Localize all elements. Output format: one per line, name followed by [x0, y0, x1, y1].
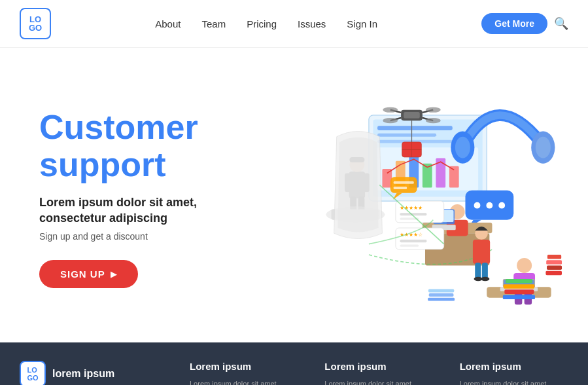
- footer-col-3: Lorem ipsum Lorem ipsum dolor sit amet, …: [460, 361, 568, 385]
- footer-logo: LOGO: [20, 361, 46, 385]
- hero-illustration: ★★★★★ ★★★★☆: [262, 61, 562, 336]
- svg-rect-76: [504, 289, 534, 294]
- svg-rect-89: [482, 263, 488, 279]
- footer-logo-section: LOGO lorem ipsum Lorem ipsum dolor sit a…: [20, 361, 164, 385]
- header-actions: Get More 🔍: [481, 13, 568, 34]
- svg-rect-80: [429, 293, 454, 297]
- svg-point-28: [383, 107, 398, 113]
- footer-logo-row: LOGO lorem ipsum: [20, 361, 164, 385]
- hero-title: Customer support: [39, 109, 249, 183]
- footer-col-2-title: Lorem ipsum: [324, 361, 433, 372]
- svg-rect-82: [545, 271, 562, 276]
- footer-brand-name: lorem ipsum: [52, 368, 114, 380]
- svg-point-31: [426, 118, 441, 123]
- search-button[interactable]: 🔍: [554, 16, 568, 31]
- svg-rect-57: [400, 213, 426, 215]
- footer-col-3-title: Lorem ipsum: [460, 361, 568, 372]
- svg-rect-83: [547, 265, 562, 270]
- footer-col-2: Lorem ipsum Lorem ipsum dolor sit amet, …: [324, 361, 433, 385]
- footer-col-3-text1: Lorem ipsum dolor sit amet, consectetur …: [460, 378, 568, 385]
- site-header: LOGO About Team Pricing Issues Sign In G…: [0, 0, 588, 48]
- hero-content: Customer support Lorem ipsum dolor sit a…: [39, 109, 249, 288]
- svg-rect-78: [506, 279, 532, 284]
- svg-rect-85: [547, 255, 561, 259]
- svg-text:★★★★★: ★★★★★: [400, 205, 423, 211]
- svg-point-29: [426, 107, 441, 113]
- svg-rect-23: [404, 112, 420, 119]
- nav-about[interactable]: About: [155, 18, 181, 29]
- svg-point-13: [455, 137, 470, 158]
- svg-rect-84: [546, 260, 562, 265]
- svg-point-30: [383, 118, 398, 123]
- hero-subtitle: Lorem ipsum dolor sit amet, consectetur …: [39, 195, 249, 226]
- hero-section: Customer support Lorem ipsum dolor sit a…: [0, 48, 588, 342]
- get-more-button[interactable]: Get More: [481, 13, 547, 34]
- nav-team[interactable]: Team: [201, 18, 226, 29]
- svg-point-21: [498, 202, 505, 209]
- nav-issues[interactable]: Issues: [298, 18, 326, 29]
- svg-rect-77: [504, 284, 535, 289]
- svg-rect-2: [377, 126, 453, 130]
- svg-rect-61: [400, 240, 426, 242]
- svg-point-68: [517, 258, 532, 273]
- svg-rect-10: [436, 158, 445, 188]
- svg-rect-3: [377, 134, 436, 137]
- footer-col-1-text1: Lorem ipsum dolor sit amet, consectetur …: [190, 378, 298, 385]
- nav-signin[interactable]: Sign In: [347, 18, 377, 29]
- svg-rect-66: [394, 187, 407, 189]
- site-logo: LOGO: [20, 8, 51, 39]
- nav-pricing[interactable]: Pricing: [247, 18, 277, 29]
- footer-col-2-text1: Lorem ipsum dolor sit amet, consectetur …: [324, 378, 433, 385]
- svg-rect-88: [475, 263, 481, 279]
- svg-rect-87: [473, 240, 490, 264]
- svg-rect-81: [428, 289, 454, 293]
- svg-rect-63: [390, 177, 417, 193]
- svg-rect-62: [400, 244, 419, 246]
- footer-col-1: Lorem ipsum Lorem ipsum dolor sit amet, …: [190, 361, 298, 385]
- main-nav: About Team Pricing Issues Sign In: [155, 18, 377, 29]
- svg-rect-65: [394, 181, 414, 184]
- site-footer: LOGO lorem ipsum Lorem ipsum dolor sit a…: [0, 342, 588, 385]
- svg-point-20: [486, 202, 493, 209]
- signup-button[interactable]: SIGN UP: [39, 260, 138, 288]
- svg-rect-75: [503, 295, 535, 300]
- hero-description: Sign up and get a discount: [39, 231, 249, 242]
- svg-point-16: [531, 132, 555, 164]
- svg-point-19: [474, 202, 481, 209]
- footer-col-1-title: Lorem ipsum: [190, 361, 298, 372]
- svg-rect-79: [428, 298, 455, 301]
- svg-point-91: [481, 277, 489, 282]
